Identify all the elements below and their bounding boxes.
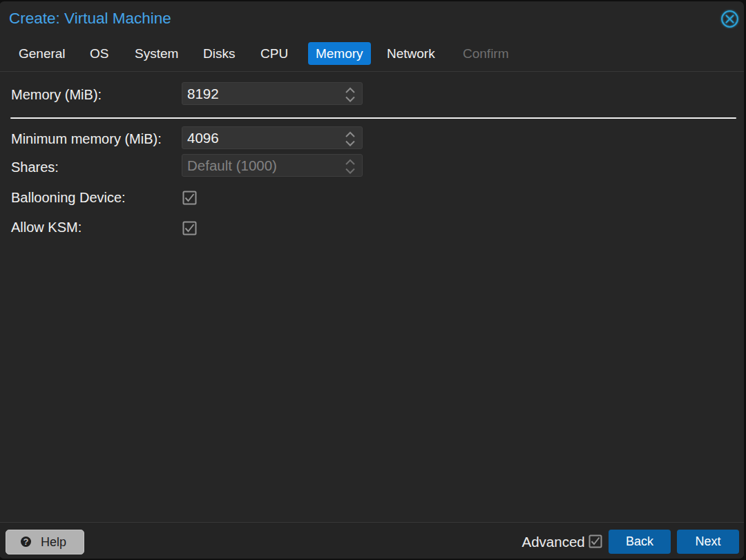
svg-text:?: ? [23, 537, 29, 547]
